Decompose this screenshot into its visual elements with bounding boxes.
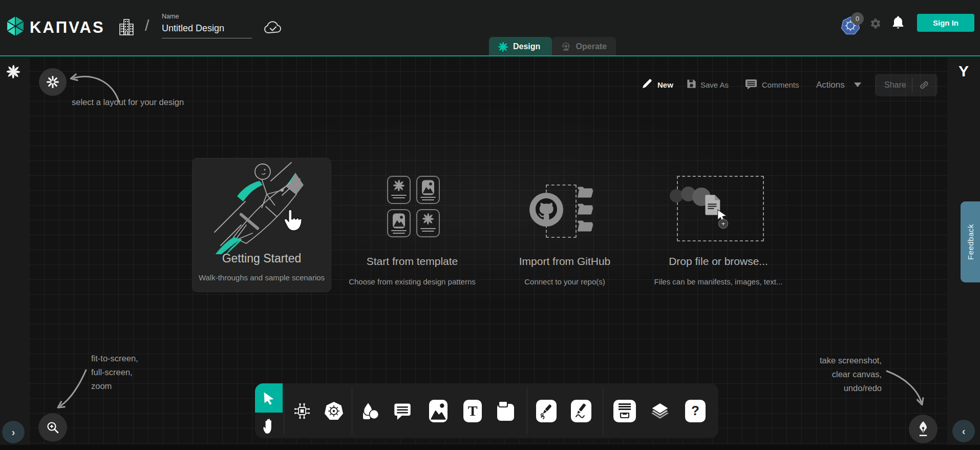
tool-image[interactable]: [429, 400, 448, 422]
start-from-template-card[interactable]: Start from template Choose from existing…: [335, 172, 489, 290]
help-icon: ?: [688, 402, 702, 420]
kanvas-logo-icon[interactable]: [5, 14, 26, 38]
feedback-tab[interactable]: Feedback: [961, 201, 980, 282]
github-subtitle: Connect to your repo(s): [488, 277, 642, 286]
freehand-pencil-icon: [574, 403, 588, 419]
feedback-label: Feedback: [966, 224, 975, 260]
save-floppy-icon[interactable]: [686, 78, 697, 89]
chevron-down-icon[interactable]: [854, 83, 861, 87]
tile-line: [420, 197, 436, 198]
hint-line: fit-to-screen,: [91, 352, 138, 365]
toolbar-divider: [352, 387, 352, 434]
breadcrumb-separator: /: [145, 17, 149, 34]
operate-headset-icon: [561, 41, 571, 52]
context-count-badge: 0: [851, 12, 864, 25]
tab-design[interactable]: Design: [489, 37, 552, 56]
pen-tool-icon: [539, 403, 553, 419]
template-title: Start from template: [335, 255, 489, 268]
tool-select-cursor[interactable]: [255, 383, 283, 413]
kubernetes-wheel-icon: [324, 401, 344, 421]
tool-component[interactable]: [291, 400, 313, 422]
hint-line: undo/redo: [778, 381, 882, 395]
template-subtitle: Choose from existing design patterns: [335, 277, 489, 286]
tool-drawer[interactable]: [613, 400, 636, 422]
comments-bubble-icon[interactable]: [745, 78, 757, 90]
actions-hint-arrow: [882, 365, 933, 414]
zoom-hint-arrow: [46, 365, 97, 416]
zoom-controls-button[interactable]: [38, 413, 67, 442]
collapse-right-panel-button[interactable]: ‹: [952, 420, 975, 442]
import-from-github-card[interactable]: Import from GitHub Connect to your repo(…: [488, 172, 642, 290]
expand-left-panel-button[interactable]: ›: [2, 421, 25, 443]
hint-line: zoom: [91, 379, 138, 393]
image-icon: [422, 180, 434, 195]
pan-hand-icon: [261, 418, 276, 435]
rocket-doodle: [205, 159, 321, 254]
layout-asterisk-icon: [46, 75, 59, 89]
organization-building-icon[interactable]: [118, 18, 135, 37]
getting-started-title: Getting Started: [193, 252, 331, 265]
toolbar-divider: [527, 387, 527, 434]
hint-line: full-screen,: [91, 365, 138, 379]
share-button[interactable]: Share: [875, 74, 938, 96]
tool-freehand[interactable]: [571, 400, 591, 422]
settings-gear-icon[interactable]: [868, 17, 882, 30]
actions-hint-text: take screenshot, clear canvas, undo/redo: [778, 354, 882, 395]
comments-button[interactable]: Comments: [762, 80, 799, 89]
design-toolbar: T: [255, 383, 718, 438]
template-tile: [416, 209, 440, 237]
tool-comment[interactable]: [391, 400, 414, 422]
chevron-right-icon: ›: [12, 426, 15, 438]
save-as-button[interactable]: Save As: [700, 80, 729, 89]
tab-operate[interactable]: Operate: [552, 37, 616, 56]
drop-file-card[interactable]: + Drop file or browse... Files can be ma…: [642, 172, 795, 290]
pen-nib-icon: [915, 420, 931, 438]
note-window-icon: [496, 400, 516, 422]
getting-started-card[interactable]: Getting Started Walk-throughs and sample…: [192, 158, 331, 292]
plus-badge-icon: +: [718, 219, 728, 229]
drop-subtitle: Files can be manifests, images, text...: [642, 277, 795, 286]
design-name-input[interactable]: [162, 22, 252, 38]
folder-icon: [577, 186, 594, 198]
actions-dropdown[interactable]: Actions: [816, 80, 845, 90]
pencil-new-icon[interactable]: [642, 78, 653, 89]
zoom-in-magnifier-icon: [46, 421, 59, 434]
sign-in-button[interactable]: Sign In: [917, 14, 974, 32]
meshery-spiral-icon: [393, 180, 404, 191]
notification-bell-icon[interactable]: [891, 15, 905, 30]
tool-shapes[interactable]: [359, 400, 381, 422]
y-icon[interactable]: Y: [958, 63, 969, 80]
zoom-hint-text: fit-to-screen, full-screen, zoom: [91, 352, 138, 393]
template-tile: [387, 209, 411, 237]
tile-line: [393, 233, 405, 234]
tool-help[interactable]: ?: [685, 400, 706, 422]
template-tile: [387, 176, 411, 204]
canvas-actions-button[interactable]: [909, 415, 938, 443]
tile-line: [393, 197, 405, 198]
tool-pen[interactable]: [536, 400, 557, 422]
tool-pan-hand[interactable]: [258, 415, 280, 438]
tool-note[interactable]: [495, 400, 517, 422]
drawer-icon: [616, 402, 633, 420]
hint-line: clear canvas,: [778, 367, 882, 381]
getting-started-subtitle: Walk-throughs and sample scenarios: [193, 273, 331, 282]
left-rail: [0, 56, 29, 450]
new-button[interactable]: New: [657, 80, 673, 89]
folder-icon: [577, 202, 594, 215]
bottom-edge: [0, 445, 980, 450]
component-node-icon: [292, 401, 312, 421]
comment-icon: [393, 402, 412, 420]
tool-layers[interactable]: [649, 400, 671, 422]
svg-text:?: ?: [691, 403, 699, 418]
meshery-spiral-icon[interactable]: [7, 65, 20, 78]
toolbar-divider: [603, 387, 603, 434]
tool-text[interactable]: T: [463, 400, 482, 422]
cloud-sync-check-icon[interactable]: [264, 21, 282, 35]
chevron-left-icon: ‹: [962, 425, 966, 437]
toolbar-divider: [284, 387, 284, 434]
layout-selector-button[interactable]: [39, 68, 67, 96]
tool-kubernetes[interactable]: [323, 400, 345, 422]
kanvas-logo-text: KAΠVAS: [30, 18, 105, 37]
github-title: Import from GitHub: [488, 255, 642, 268]
meshery-spiral-icon: [422, 213, 434, 224]
